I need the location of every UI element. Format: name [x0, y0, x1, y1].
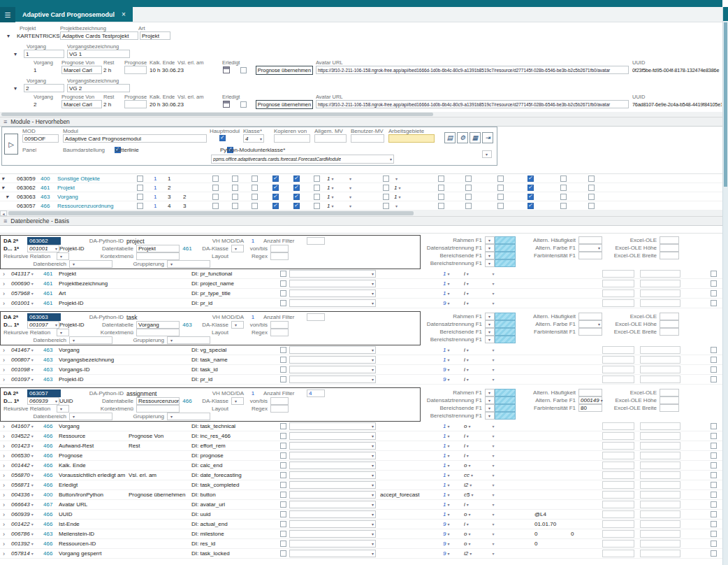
- df-python-id[interactable]: DI: effort_rem: [191, 441, 277, 450]
- ausgabe-checkbox[interactable]: [293, 176, 300, 182]
- sort-select[interactable]: [485, 422, 502, 431]
- gruppierung-select[interactable]: [167, 413, 210, 420]
- altern-haeufigkeit-input[interactable]: [578, 389, 602, 396]
- loeschen-checkbox[interactable]: [252, 185, 258, 191]
- df-python-id[interactable]: DI: uuid: [191, 510, 277, 519]
- gruppierung-checkbox[interactable]: [588, 194, 595, 200]
- filtern-von-input[interactable]: [532, 279, 569, 288]
- filter-deaktiviert-checkbox[interactable]: [711, 443, 717, 449]
- einfuegen-checkbox[interactable]: [232, 185, 238, 191]
- dt-id[interactable]: 463: [42, 365, 59, 374]
- df-verhalten-select[interactable]: i: [464, 452, 469, 459]
- reg-ausdruck-input[interactable]: [602, 481, 634, 489]
- di-select[interactable]: 001001: [27, 245, 59, 252]
- dataitem-row[interactable]: 001392 466 Ressourcen-ID DI: res_id 9 o …: [0, 539, 722, 549]
- reg-ausdruck-input[interactable]: [602, 550, 634, 557]
- dataitem-row[interactable]: 001098 463 Vorgangs-ID DI: task_id 9 i: [0, 365, 722, 375]
- filtern-von-input[interactable]: [532, 490, 569, 499]
- standardwert-field[interactable]: [502, 365, 532, 374]
- df-ueberschrift[interactable]: [129, 539, 191, 548]
- datenitem-name[interactable]: Erledigt: [59, 480, 129, 489]
- filter-deaktiviert-checkbox[interactable]: [711, 366, 717, 373]
- benutzer-mv-input[interactable]: [351, 134, 384, 143]
- row-expander-icon[interactable]: [0, 431, 10, 441]
- horizontal-scrollbar[interactable]: [0, 112, 722, 117]
- calendar-icon[interactable]: [223, 66, 230, 73]
- aufklappen-select[interactable]: [394, 203, 398, 208]
- filtern-von-input[interactable]: [532, 289, 569, 298]
- aktions-id-select[interactable]: [289, 452, 376, 459]
- filter-anwenden-input[interactable]: [640, 452, 680, 459]
- rekursive-relation-select[interactable]: [57, 329, 69, 336]
- dt-id[interactable]: 466: [42, 549, 59, 558]
- fenster-select[interactable]: 1: [443, 357, 449, 363]
- fenster-select[interactable]: 9: [443, 541, 449, 547]
- dt-id[interactable]: 461: [42, 289, 59, 298]
- df-python-id[interactable]: DI: pr_id: [191, 375, 277, 384]
- datenitem-name[interactable]: Ressourcen-ID: [59, 539, 129, 548]
- untereinander-checkbox[interactable]: [465, 185, 472, 191]
- einfuegen-checkbox[interactable]: [232, 194, 238, 200]
- dt-id[interactable]: 461: [42, 279, 59, 288]
- module-extra-select[interactable]: [482, 150, 492, 158]
- dataitem-row[interactable]: 041317 461 Projekt DI: pr_functional 1 i: [0, 269, 722, 279]
- da-python-id-value[interactable]: project: [126, 238, 202, 245]
- bereichstrennung-select[interactable]: [485, 336, 495, 343]
- standardwert-field[interactable]: [502, 269, 532, 278]
- prognose-von-value[interactable]: Marcel Carl: [61, 100, 102, 108]
- di-select[interactable]: 001097: [27, 321, 59, 329]
- bereichsende-select[interactable]: [485, 404, 495, 412]
- prognose-uebernehmen-button[interactable]: Prognose übernehmen: [256, 66, 313, 75]
- datenitem-name[interactable]: Projektbezeichnung: [59, 279, 129, 288]
- sort-select[interactable]: [485, 510, 502, 519]
- row-expander-icon[interactable]: [0, 365, 10, 374]
- standardwert-field[interactable]: [502, 529, 532, 538]
- excel-ole-breite-input[interactable]: [660, 328, 679, 336]
- module-list-icon[interactable]: ▤: [444, 132, 456, 143]
- von-bis-input[interactable]: [270, 397, 289, 405]
- di-id-select[interactable]: 056871: [10, 480, 42, 489]
- filter-anwenden-input[interactable]: [640, 520, 680, 528]
- datenitem-name[interactable]: Kalk. Ende: [59, 461, 129, 470]
- df-ueberschrift[interactable]: [129, 375, 191, 384]
- reg-ausdruck-input[interactable]: [602, 452, 634, 459]
- fenster-select[interactable]: 1: [443, 347, 449, 353]
- da-id-field[interactable]: 063062: [27, 237, 61, 245]
- standardwert-field[interactable]: [502, 375, 532, 384]
- datenbereich-name[interactable]: Sonstige Objekte: [57, 174, 126, 183]
- filtern-von-input[interactable]: [532, 441, 569, 450]
- run-module-button[interactable]: ▷: [4, 134, 18, 155]
- filter-anwenden-input[interactable]: [640, 356, 680, 364]
- vorgang-name[interactable]: VG 1: [67, 50, 130, 58]
- untereinander-checkbox[interactable]: [465, 203, 472, 209]
- feste-ueberschrift-checkbox[interactable]: [560, 176, 567, 182]
- datenitem-name[interactable]: Vorgangs-ID: [59, 365, 129, 374]
- reg-ausdruck-input[interactable]: [602, 422, 634, 430]
- dataitem-row[interactable]: 057814 466 Vorgang gesperrt DI: task_loc…: [0, 549, 722, 559]
- reg-ausdruck-input[interactable]: [602, 432, 634, 440]
- filter-anwenden-input[interactable]: [640, 550, 680, 557]
- di-id-select[interactable]: 001423: [10, 441, 42, 450]
- muss-checkbox[interactable]: [280, 376, 286, 382]
- gruppierung-checkbox[interactable]: [588, 176, 595, 182]
- reg-ausdruck-input[interactable]: [602, 270, 634, 278]
- filter-deaktiviert-checkbox[interactable]: [711, 511, 717, 517]
- hervorheben-checkbox[interactable]: [137, 185, 143, 191]
- fenster-select[interactable]: 1: [443, 462, 449, 469]
- df-verhalten-select[interactable]: cc: [464, 472, 473, 478]
- einruecken-checkbox[interactable]: [438, 203, 444, 209]
- excel-ole-hoehe-input[interactable]: [660, 244, 679, 252]
- filtern-von-input[interactable]: [532, 365, 569, 374]
- collapse-icon[interactable]: ▾: [13, 85, 24, 92]
- filter-anwenden-input[interactable]: [640, 462, 680, 469]
- da-id-field[interactable]: 063057: [27, 389, 61, 397]
- filter-deaktiviert-checkbox[interactable]: [711, 521, 717, 527]
- dt-id[interactable]: 461: [42, 269, 59, 278]
- row-expander-icon[interactable]: [0, 529, 10, 538]
- dataitem-row[interactable]: 056870 466 Voraussichtlich erledigt am V…: [0, 471, 722, 480]
- df-verhalten-select[interactable]: o: [464, 531, 470, 537]
- filtern-von-input[interactable]: [532, 355, 569, 364]
- gruppierung-select[interactable]: [167, 336, 210, 344]
- filter-deaktiviert-checkbox[interactable]: [711, 541, 717, 547]
- vorgang-value[interactable]: 2: [34, 101, 61, 108]
